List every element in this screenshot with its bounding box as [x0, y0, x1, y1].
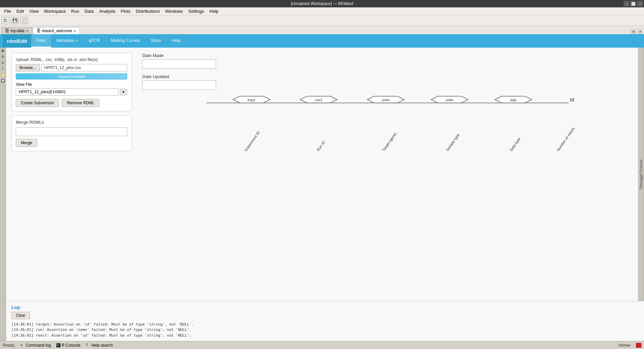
remove-rdml-button[interactable]: Remove RDML [62, 99, 99, 107]
menu-windows[interactable]: Windows [162, 8, 186, 14]
main-content: Upload .RDML, .csv, .lc96p, .xls or .xls… [6, 48, 644, 341]
date-updated-label: Date Updated [142, 74, 633, 79]
diagram-svg: exp1 run1 unkn unkn [150, 84, 631, 192]
nav-brand: rdmlEdit [3, 34, 31, 48]
merge-section: Merge RDMLs Merge [11, 115, 132, 151]
svg-text:Sample type: Sample type [445, 133, 460, 152]
upload-section: Upload .RDML, .csv, .lc96p, .xls or .xls… [11, 53, 132, 111]
sidebar-icon-4[interactable]: ≡ [1, 67, 5, 72]
clear-button[interactable]: Clear [11, 312, 30, 319]
svg-text:Run ID: Run ID [316, 140, 326, 152]
command-log-icon: ≡ [20, 343, 24, 347]
nav-tab-files[interactable]: Files [31, 34, 51, 48]
log-messages: [14:36:01] target: Assertion on 'id' fai… [11, 322, 639, 339]
sidebar-icon-6[interactable]: 🔲 [1, 79, 5, 84]
help-search-item[interactable]: ? Help search [86, 343, 113, 348]
date-made-input[interactable] [142, 59, 216, 69]
nav-tab-melting-curves[interactable]: Melting Curves [105, 34, 145, 48]
upload-label: Upload .RDML, .csv, .lc96p, .xls or .xls… [16, 57, 127, 62]
diagram-area: exp1 run1 unkn unkn [150, 84, 631, 294]
mydata-tab-icon: 🗄 [5, 28, 9, 33]
tab-settings-btn[interactable]: ⚙ [631, 30, 636, 34]
welcome-tab-label: rkward_welcome [42, 28, 72, 33]
sidebar-icon-2[interactable]: ⊞ [1, 55, 5, 60]
toolbar: 🗋 💾 📋 [0, 15, 644, 25]
help-search-icon: ? [86, 343, 90, 347]
status-red-indicator[interactable] [636, 343, 641, 348]
upload-progress-bar: Upload complete [16, 73, 127, 79]
status-bar: Ready. ≡ Command log R R Console ? Help … [0, 341, 644, 349]
select-dropdown-btn[interactable]: ▼ [120, 89, 127, 95]
toolbar-btn-1[interactable]: 🗋 [1, 17, 9, 24]
menu-workspace[interactable]: Workspace [41, 8, 68, 14]
minimize-button[interactable]: ▾ [624, 1, 629, 6]
view-file-label: View File [16, 82, 127, 87]
nav-tab-qpcr[interactable]: qPCR [83, 34, 106, 48]
date-made-group: Date Made [142, 53, 633, 69]
menu-view[interactable]: View [27, 8, 41, 14]
merge-button[interactable]: Merge [16, 139, 37, 147]
svg-text:unkn: unkn [446, 98, 454, 102]
help-search-label: Help search [91, 343, 113, 348]
menu-analysis[interactable]: Analysis [96, 8, 118, 14]
command-log-label: Command log [26, 343, 51, 348]
menu-help[interactable]: Help [207, 8, 221, 14]
date-made-label: Date Made [142, 53, 633, 58]
nav-tab-store[interactable]: Store [145, 34, 166, 48]
left-sidebar: ▣ ⊞ ⊟ ≡ 📁 🔲 [0, 48, 6, 341]
toolbar-btn-3[interactable]: 📋 [20, 17, 28, 24]
menu-settings[interactable]: Settings [186, 8, 207, 14]
menu-distributions[interactable]: Distributions [133, 8, 163, 14]
filename-display: HPRT1_12_plex.csv [41, 64, 127, 71]
close-button[interactable]: ✕ [637, 1, 643, 6]
tab-close-btn[interactable]: ✕ [638, 30, 643, 34]
nav-tab-metadata[interactable]: Metadata ▾ [51, 34, 83, 48]
svg-text:Number of reacts: Number of reacts [556, 126, 576, 152]
view-file-select[interactable]: HPRT1_12_plex@143601 [16, 88, 118, 96]
outer-tab-welcome[interactable]: 🗄 rkward_welcome ✕ [33, 27, 80, 34]
svg-text:Experiment ID: Experiment ID [244, 130, 260, 152]
log-message-3: [14:36:01] react: Assertion on 'id' fail… [11, 333, 639, 339]
log-message-2: [14:36:01] run: Assertion on 'name' fail… [11, 327, 639, 333]
nav-tab-help[interactable]: Help [166, 34, 186, 48]
r-console-item[interactable]: R R Console [56, 343, 81, 348]
maximize-button[interactable]: ⬜ [631, 1, 636, 6]
log-message-1: [14:36:01] target: Assertion on 'id' fai… [11, 322, 639, 328]
menu-run[interactable]: Run [68, 8, 82, 14]
right-panel: Date Made Date Updated [137, 48, 638, 301]
svg-text:Target (gene): Target (gene) [381, 132, 397, 152]
welcome-tab-close[interactable]: ✕ [73, 29, 76, 33]
metadata-arrow-icon: ▾ [76, 39, 78, 42]
menu-data[interactable]: Data [82, 8, 96, 14]
mydata-tab-close[interactable]: ✕ [26, 29, 29, 33]
menu-plots[interactable]: Plots [118, 8, 133, 14]
content-body: ▣ ⊞ ⊟ ≡ 📁 🔲 Upload .RDML, .csv, .lc96p, … [0, 48, 644, 341]
command-log-item[interactable]: ≡ Command log [20, 343, 51, 348]
log-container: Log: Clear [14:36:01] target: Assertion … [6, 301, 644, 341]
r-console-label: R Console [62, 343, 81, 348]
title-bar: [Unnamed Workspace] — RKWard ▾ ⬜ ✕ [0, 0, 644, 7]
upload-row: Browse... HPRT1_12_plex.csv [16, 64, 127, 71]
svg-text:adp: adp [510, 98, 516, 102]
browse-button[interactable]: Browse... [16, 64, 40, 71]
menu-file[interactable]: File [1, 8, 14, 14]
view-file-select-row: HPRT1_12_plex@143601 ▼ [16, 88, 127, 96]
outer-tab-bar: 🗄 my.data ✕ 🗄 rkward_welcome ✕ ⚙ ✕ [0, 25, 644, 34]
sidebar-icon-1[interactable]: ▣ [1, 49, 5, 54]
status-path: /home/ [618, 343, 631, 348]
outer-tab-mydata[interactable]: 🗄 my.data ✕ [1, 27, 32, 34]
mydata-tab-label: my.data [10, 28, 24, 33]
welcome-tab-icon: 🗄 [37, 28, 41, 33]
svg-text:12: 12 [570, 98, 575, 102]
create-subversion-button[interactable]: Create Subversion [16, 99, 59, 107]
left-panel: Upload .RDML, .csv, .lc96p, .xls or .xls… [6, 48, 137, 301]
action-buttons: Create Subversion Remove RDML [16, 99, 127, 107]
right-sidebar[interactable]: Debugger Frames [638, 48, 644, 301]
sidebar-icon-5[interactable]: 📁 [1, 73, 5, 78]
merge-input[interactable] [16, 127, 127, 136]
menu-edit[interactable]: Edit [14, 8, 27, 14]
sidebar-icon-3[interactable]: ⊟ [1, 61, 5, 66]
svg-text:unkn: unkn [382, 98, 390, 102]
toolbar-btn-2[interactable]: 💾 [11, 17, 19, 24]
svg-text:run1: run1 [315, 98, 322, 102]
